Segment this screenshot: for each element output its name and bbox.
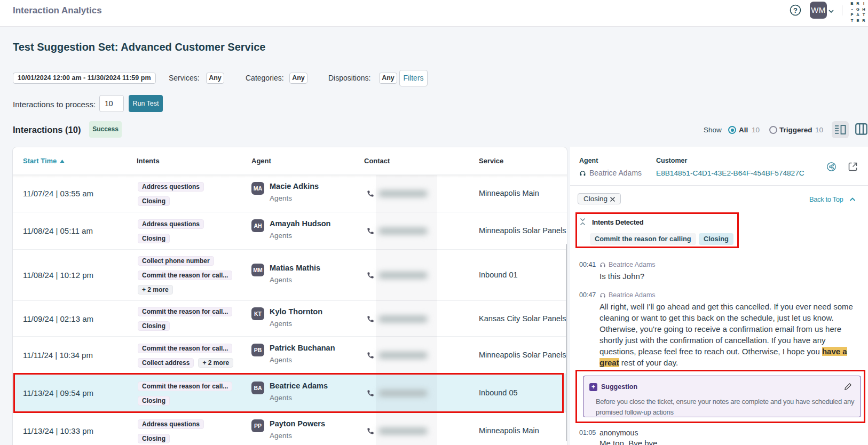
svg-text:?: ?	[793, 6, 798, 14]
